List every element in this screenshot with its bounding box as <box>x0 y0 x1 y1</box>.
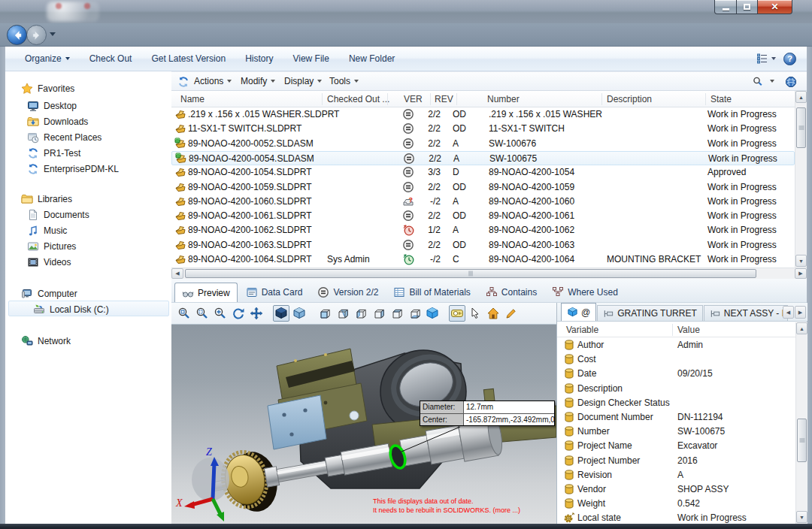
sidebar-item-local-disk-c-[interactable]: Local Disk (C:) <box>33 302 109 317</box>
variable-column-header[interactable]: Variable <box>566 325 598 335</box>
variable-row[interactable]: Document NumberDN-112194 <box>557 410 795 425</box>
scroll-right-button[interactable]: ▶ <box>795 268 807 279</box>
command-history[interactable]: History <box>245 53 273 64</box>
shaded-icon[interactable] <box>273 305 289 322</box>
recent-pages-dropdown[interactable] <box>50 32 56 36</box>
view-top-icon[interactable] <box>388 305 404 322</box>
file-row[interactable]: 89-NOAO-4200-1062.SLDPRT1/2A89-NOAO-4200… <box>171 223 795 237</box>
back-button[interactable] <box>7 25 27 45</box>
file-row[interactable]: 11-SX1-T SWITCH.SLDPRT2/2OD11-SX1-T SWIT… <box>171 122 795 136</box>
column-header-name[interactable]: Name <box>180 94 205 104</box>
tab-preview[interactable]: Preview <box>174 283 238 302</box>
markup-icon[interactable] <box>503 305 520 322</box>
tab-version-2-2[interactable]: Version 2/2 <box>311 283 385 302</box>
sidebar-section-computer[interactable]: Computer <box>21 286 77 301</box>
preview-viewport[interactable]: Z X This file displays data out of date.… <box>171 325 556 524</box>
home-icon[interactable] <box>485 305 501 322</box>
shaded-edges-icon[interactable] <box>291 305 308 322</box>
sidebar-item-pr1-test[interactable]: PR1-Test <box>27 146 80 161</box>
tab-bill-of-materials[interactable]: Bill of Materials <box>386 283 477 302</box>
tab-contains[interactable]: Contains <box>479 283 544 302</box>
sidebar-item-documents[interactable]: Documents <box>27 207 89 222</box>
view-bottom-icon[interactable] <box>406 305 423 322</box>
command-check-out[interactable]: Check Out <box>89 53 132 64</box>
file-row[interactable]: 89-NOAO-4200-1054.SLDPRT3/3D89-NOAO-4200… <box>171 165 795 180</box>
command-view-file[interactable]: View File <box>292 53 329 64</box>
help-button[interactable]: ? <box>783 53 796 65</box>
sidebar-item-downloads[interactable]: Downloads <box>27 114 88 129</box>
scroll-down-button[interactable]: ▼ <box>796 511 807 523</box>
measure-icon[interactable] <box>449 305 465 322</box>
scroll-thumb[interactable] <box>796 107 806 148</box>
tab-where-used[interactable]: Where Used <box>545 283 625 302</box>
value-column-header[interactable]: Value <box>677 325 700 335</box>
close-button[interactable]: ✕ <box>758 0 792 14</box>
title-bar[interactable]: ✕ <box>0 0 812 23</box>
file-row[interactable]: 89-NOAO-4200-1060.SLDPRT?-/2A89-NOAO-420… <box>171 195 795 209</box>
file-row[interactable]: 89-NOAO-4200-0052.SLDASM2/2ASW-100676Wor… <box>171 137 795 151</box>
variable-row[interactable]: RevisionA <box>557 468 795 482</box>
maximize-button[interactable] <box>737 0 758 14</box>
scroll-up-button[interactable]: ▲ <box>795 91 807 103</box>
view-left-icon[interactable] <box>352 305 368 322</box>
column-header-state[interactable]: State <box>710 94 732 104</box>
scroll-thumb[interactable] <box>797 419 807 462</box>
scroll-down-button[interactable]: ▼ <box>795 255 807 267</box>
file-list-hscrollbar[interactable]: ◀▶ <box>171 268 807 279</box>
variable-row[interactable]: Cost <box>557 352 795 367</box>
file-row[interactable]: 89-NOAO-4200-1059.SLDPRT2/2OD89-NOAO-420… <box>171 180 795 195</box>
scroll-left-button[interactable]: ◀ <box>171 268 183 279</box>
data-tab-at[interactable]: @ <box>561 303 596 321</box>
variable-row[interactable]: AuthorAdmin <box>557 338 795 352</box>
data-tab-next-assy-h[interactable]: NEXT ASSY - H <box>704 305 788 321</box>
data-panel-scrollbar[interactable]: ▲▼ <box>795 322 807 524</box>
rotate-icon[interactable] <box>230 305 247 322</box>
view-isometric-icon[interactable] <box>424 305 441 322</box>
scroll-thumb[interactable] <box>185 269 756 278</box>
sidebar-section-favorites[interactable]: Favorites <box>21 81 74 96</box>
variable-row[interactable]: Local stateWork in Progress <box>557 511 795 524</box>
command-organize[interactable]: Organize <box>25 53 70 64</box>
sidebar-item-desktop[interactable]: Desktop <box>27 98 77 113</box>
scroll-up-button[interactable]: ▲ <box>796 322 807 334</box>
variable-row[interactable]: Project NameExcavator <box>557 439 795 453</box>
column-header-rev[interactable]: REV <box>435 94 453 104</box>
file-row[interactable]: 89-NOAO-4200-1064.SLDPRTSys Admin-/2C89-… <box>171 252 795 267</box>
variable-row[interactable]: Description <box>557 382 795 396</box>
file-list-vscrollbar[interactable]: ▲▼ <box>795 91 807 268</box>
sidebar-section-libraries[interactable]: Libraries <box>21 192 72 207</box>
sidebar-item-music[interactable]: Music <box>27 223 67 238</box>
command-get-latest-version[interactable]: Get Latest Version <box>151 53 226 64</box>
variable-row[interactable]: Weight0.542 <box>557 497 795 511</box>
zoom-area-icon[interactable] <box>194 305 211 322</box>
view-back-icon[interactable] <box>334 305 350 322</box>
list-search-dropdown[interactable] <box>770 80 774 83</box>
variable-row[interactable]: NumberSW-100675 <box>557 425 795 439</box>
sidebar-section-network[interactable]: Network <box>21 334 71 349</box>
file-row[interactable]: 89-NOAO-4200-0054.SLDASM2/2ASW-100675Wor… <box>171 151 795 165</box>
web-globe-icon[interactable] <box>785 76 797 88</box>
zoom-in-out-icon[interactable] <box>212 305 229 322</box>
list-menu-modify[interactable]: Modify <box>241 76 275 86</box>
tab-scroll-left-button[interactable]: ◀ <box>783 306 794 319</box>
column-header-checked-out-[interactable]: Checked Out ... <box>327 94 389 104</box>
list-menu-tools[interactable]: Tools <box>329 76 359 86</box>
list-search-button[interactable] <box>752 76 764 88</box>
forward-button[interactable] <box>26 25 47 45</box>
sidebar-item-videos[interactable]: Videos <box>27 255 71 270</box>
variable-row[interactable]: Design Checker Status <box>557 396 795 410</box>
minimize-button[interactable] <box>714 0 737 14</box>
column-header-number[interactable]: Number <box>487 94 520 104</box>
zoom-fit-icon[interactable] <box>176 305 192 322</box>
view-right-icon[interactable] <box>370 305 386 322</box>
sidebar-item-recent-places[interactable]: Recent Places <box>27 130 102 145</box>
file-row[interactable]: 89-NOAO-4200-1061.SLDPRT2/2OD89-NOAO-420… <box>171 209 795 223</box>
view-front-icon[interactable] <box>316 305 332 322</box>
change-view-button[interactable] <box>756 53 776 65</box>
data-tab-grating-turret[interactable]: GRATING TURRET <box>597 305 703 321</box>
variable-row[interactable]: Project Number2016 <box>557 454 795 468</box>
variable-row[interactable]: Date09/20/15 <box>557 367 795 381</box>
select-icon[interactable] <box>467 305 483 322</box>
tab-scroll-right-button[interactable]: ▶ <box>795 306 806 319</box>
command-new-folder[interactable]: New Folder <box>349 53 395 64</box>
